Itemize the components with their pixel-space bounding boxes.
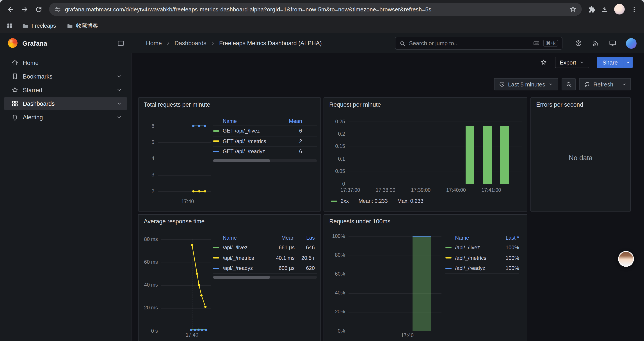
sidebar-item-label: Dashboards (23, 100, 55, 107)
refresh-interval-dropdown[interactable] (618, 78, 631, 90)
x-axis-tick: 17:39:00 (406, 187, 435, 193)
legend-scrollbar-thumb[interactable] (213, 159, 270, 162)
y-axis-tick: 0% (324, 328, 345, 333)
legend-header: NameMean (213, 117, 317, 126)
breadcrumb-item[interactable]: Freeleaps Metrics Dashboard (ALPHA) (219, 40, 322, 46)
y-axis-tick: 80% (324, 252, 345, 257)
chevron-down-icon[interactable] (116, 114, 122, 120)
site-settings-icon[interactable] (54, 6, 61, 13)
gridline (348, 122, 522, 122)
url-bar[interactable]: grafana.mathmast.com/d/deytv4rwavabkb/fr… (49, 3, 582, 16)
legend-column-header[interactable]: Name (213, 118, 273, 124)
bookmark-item[interactable]: 收藏博客 (66, 22, 98, 30)
browser-menu-icon[interactable] (630, 6, 638, 13)
grafana-logo-icon[interactable] (8, 38, 18, 48)
chevron-down-icon[interactable] (116, 101, 122, 107)
legend-row: /api/_/livez661 µs646 (213, 243, 317, 253)
legend-value: 6 (273, 128, 302, 134)
series-color-dash (331, 200, 337, 202)
legend-series-name[interactable]: 2xx (341, 198, 349, 204)
bell-icon (12, 114, 18, 121)
legend-header: NameMeanLas (213, 234, 317, 242)
search-input[interactable] (409, 40, 530, 47)
panel-title[interactable]: Errors per second (536, 101, 583, 108)
help-icon[interactable] (575, 40, 582, 47)
share-button[interactable]: Share (597, 57, 623, 68)
panel-title[interactable]: Average response time (144, 218, 204, 225)
legend-name-cell: /api/_/metrics (446, 255, 496, 261)
breadcrumb-item[interactable]: Dashboards (174, 40, 206, 46)
y-axis-tick: 2 (138, 188, 154, 194)
legend-column-header[interactable]: Las (294, 235, 315, 241)
search-box[interactable]: ⌘+k (395, 37, 562, 50)
legend-value: 100% (496, 265, 519, 271)
legend-series-name[interactable]: /api/_/readyz (223, 265, 253, 271)
extensions-icon[interactable] (588, 6, 595, 13)
breadcrumb-item[interactable]: Home (146, 40, 162, 46)
favorite-star-icon[interactable] (540, 59, 547, 66)
chevron-down-icon[interactable] (116, 73, 122, 80)
sidebar-item-home[interactable]: Home (4, 56, 127, 69)
zoom-out-button[interactable] (562, 78, 576, 90)
gridline (348, 184, 522, 184)
legend-name-cell: GET /api/_/readyz (213, 149, 273, 155)
panel-title[interactable]: Requests under 100ms (329, 218, 390, 225)
legend-series-name[interactable]: GET /api/_/metrics (223, 138, 266, 144)
downloads-icon[interactable] (601, 6, 608, 13)
forward-button[interactable] (18, 3, 31, 15)
legend-series-name[interactable]: /api/_/metrics (223, 255, 254, 261)
panel-request-per-minute: Request per minute 0.250.20.150.10.05017… (324, 97, 528, 212)
sidebar-toggle-icon[interactable] (117, 39, 124, 47)
bookmark-items: Freeleaps收藏博客 (22, 22, 98, 30)
legend-column-header[interactable]: Mean (273, 118, 302, 124)
legend-series-name[interactable]: GET /api/_/livez (223, 128, 260, 134)
legend-row: /api/_/metrics40.1 ms20.5 r (213, 253, 317, 263)
apps-grid-icon[interactable] (6, 22, 13, 30)
bar (483, 126, 492, 184)
legend-series-name[interactable]: GET /api/_/readyz (223, 149, 265, 155)
share-dropdown[interactable] (623, 57, 632, 68)
legend-stats: 2xxMean: 0.233Max: 0.233 (331, 198, 424, 204)
bookmark-item[interactable]: Freeleaps (22, 23, 56, 29)
legend-series-name[interactable]: /api/_/metrics (455, 255, 486, 261)
legend-value: 646 (294, 245, 315, 251)
y-axis-tick: 3 (138, 172, 154, 178)
legend-series-name[interactable]: /api/_/livez (455, 245, 480, 251)
legend-column-header[interactable]: Mean (269, 235, 294, 241)
series-color-dash (213, 151, 219, 152)
monitor-icon[interactable] (609, 40, 616, 47)
legend-column-header[interactable]: Last * (496, 235, 519, 241)
export-button[interactable]: Export (555, 57, 589, 68)
bookmark-star-icon[interactable] (570, 6, 576, 13)
chevron-down-icon[interactable] (116, 87, 122, 93)
time-range-picker[interactable]: Last 5 minutes (494, 78, 558, 90)
browser-profile-avatar[interactable] (614, 4, 625, 15)
browser-toolbar: grafana.mathmast.com/d/deytv4rwavabkb/fr… (0, 0, 644, 19)
chevron-right-icon (165, 40, 171, 46)
floating-avatar[interactable] (618, 251, 634, 267)
legend-series-name[interactable]: /api/_/livez (223, 245, 248, 251)
y-axis-tick: 80 ms (138, 236, 158, 242)
reload-button[interactable] (32, 3, 45, 15)
url-text[interactable]: grafana.mathmast.com/d/deytv4rwavabkb/fr… (65, 6, 566, 13)
legend-column-header[interactable]: Name (446, 235, 496, 241)
user-avatar[interactable] (626, 38, 636, 49)
sidebar-item-alerting[interactable]: Alerting (4, 111, 127, 124)
brand-name: Grafana (22, 39, 47, 47)
legend-scrollbar-thumb[interactable] (213, 276, 270, 279)
legend-max: Max: 0.233 (398, 198, 424, 204)
time-range-label: Last 5 minutes (508, 81, 545, 88)
legend-column-header[interactable]: Name (213, 235, 269, 241)
x-axis-tick: 17:40 (179, 332, 205, 337)
sidebar-item-bookmarks[interactable]: Bookmarks (4, 70, 127, 83)
sidebar-item-dashboards[interactable]: Dashboards (4, 97, 127, 110)
x-axis-tick: 17:37:00 (336, 187, 364, 193)
legend-series-name[interactable]: /api/_/readyz (455, 265, 485, 271)
back-button[interactable] (4, 3, 17, 15)
refresh-button[interactable]: Refresh (579, 78, 618, 90)
panel-title[interactable]: Request per minute (329, 101, 381, 108)
sidebar-item-starred[interactable]: Starred (4, 83, 127, 97)
news-icon[interactable] (592, 40, 599, 47)
panel-total-requests-per-minute: Total requests per minute 6543217:40Name… (138, 97, 321, 212)
panel-title[interactable]: Total requests per minute (144, 101, 210, 108)
